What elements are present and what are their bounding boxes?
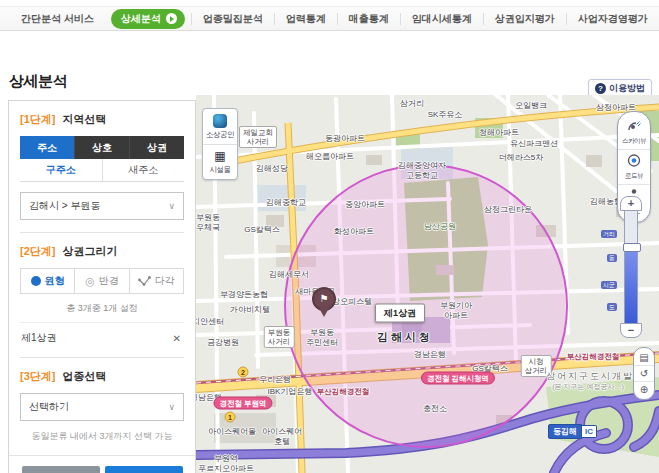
step3-title: 업종선택: [63, 370, 107, 382]
draw-tool-label: 반경: [99, 274, 119, 288]
subtab-old-address[interactable]: 구주소: [20, 159, 103, 181]
zoom-control: + −: [620, 196, 642, 338]
area-item-row: 제1상권 ✕: [20, 322, 184, 345]
nav-item-location-rating[interactable]: 상권입지평가: [483, 13, 566, 25]
business-type-select-value: 선택하기: [29, 400, 69, 414]
zoom-slider-fill: [625, 249, 637, 323]
step2-title: 상권그리기: [63, 245, 118, 257]
draw-tool-polygon[interactable]: 다각: [130, 268, 184, 294]
step3-tag: [3단계]: [20, 370, 55, 382]
map-utility-tools: ▤ ↺ ⊕: [633, 347, 655, 400]
zoom-slider-track[interactable]: [624, 211, 638, 323]
remove-area-button[interactable]: ✕: [171, 333, 183, 344]
layer-label: 시설물: [203, 165, 237, 175]
analysis-panel: [1단계] 지역선택 주소 상호 상권 구주소 새주소 김해시 > 부원동 ∨ …: [8, 100, 196, 473]
flag-icon: ⚑: [320, 293, 329, 304]
step3-header: [3단계] 업종선택: [20, 369, 184, 384]
skyview-button[interactable]: 스카이뷰: [618, 115, 650, 149]
chevron-right-icon: [166, 13, 177, 24]
business-type-select[interactable]: 선택하기 ∨: [20, 393, 184, 421]
map-base-graphics: [196, 95, 659, 473]
roadview-button[interactable]: 로드뷰: [618, 149, 650, 184]
map-marker-pin[interactable]: ⚑: [312, 287, 336, 311]
panel-footer: 초기화 분석하기: [9, 455, 195, 473]
interchange-badge: 동김해 IC: [548, 424, 597, 439]
polygon-icon: [138, 276, 151, 287]
subtab-new-address[interactable]: 새주소: [103, 159, 185, 181]
step1-tag: [1단계]: [20, 113, 55, 125]
interchange-suffix: IC: [582, 425, 597, 438]
step1-title: 지역선택: [63, 113, 107, 125]
map-canvas[interactable]: 삼거리제일교회 사거리동광아파트해오름아파트김해성당김해중앙여자 고등학교김해중…: [196, 95, 659, 473]
radius-icon: ◎: [85, 276, 95, 286]
region-select[interactable]: 김해시 > 부원동 ∨: [20, 192, 184, 220]
zoom-out-button[interactable]: −: [620, 323, 642, 338]
draw-tool-radius[interactable]: ◎ 반경: [75, 268, 129, 294]
nav-item-management-rating[interactable]: 사업자경영평가: [566, 13, 659, 25]
satellite-dish-icon: [626, 119, 642, 132]
interchange-name: 동김해: [548, 424, 582, 439]
nav-item-rent-stats[interactable]: 임대시세통계: [400, 13, 483, 25]
search-type-tabs: 주소 상호 상권: [20, 136, 184, 159]
tab-address[interactable]: 주소: [20, 136, 74, 159]
region-select-value: 김해시 > 부원동: [29, 199, 100, 213]
circle-icon: [31, 276, 41, 286]
step2-header: [2단계] 상권그리기: [20, 244, 184, 259]
question-icon: ?: [595, 83, 606, 94]
zoom-in-button[interactable]: +: [620, 196, 642, 211]
help-button-label: 이용방법: [609, 82, 645, 95]
reset-view-button[interactable]: ↺: [634, 365, 654, 381]
address-type-subtabs: 구주소 새주소: [20, 159, 184, 182]
analyze-button[interactable]: 분석하기: [105, 466, 183, 473]
chevron-down-icon: ∨: [168, 402, 175, 412]
draw-tool-label: 다각: [155, 274, 175, 288]
nav-item-density-analysis[interactable]: 업종밀집분석: [191, 13, 274, 25]
roadview-icon: [627, 154, 641, 167]
nav-item-detail-analysis[interactable]: 상세분석: [111, 9, 185, 29]
map-layer-tools: 소상공인 ▦ 시설물: [202, 108, 238, 180]
area-item-name: 제1상권: [21, 331, 57, 345]
expand-tool-button[interactable]: ⊕: [634, 381, 654, 397]
area-count-status: 총 3개중 1개 설정: [20, 302, 184, 315]
step2-tag: [2단계]: [20, 245, 55, 257]
draw-tool-group: 원형 ◎ 반경 다각: [20, 268, 184, 294]
building-icon: ▦: [203, 150, 237, 163]
measure-tool-button[interactable]: ▤: [634, 350, 654, 365]
nav-item-business-age-stats[interactable]: 업력통계: [274, 13, 337, 25]
view-tool-label: 로드뷰: [618, 172, 650, 181]
small-business-icon: [213, 114, 227, 128]
view-tool-label: 스카이뷰: [618, 137, 650, 146]
small-business-layer-button[interactable]: 소상공인: [203, 109, 237, 144]
page: 간단분석 서비스 상세분석 업종밀집분석 업력통계 매출통계 임대시세통계 상권…: [0, 0, 659, 473]
step1-header: [1단계] 지역선택: [20, 112, 184, 127]
nav-item-simple-analysis[interactable]: 간단분석 서비스: [10, 13, 105, 25]
draw-tool-label: 원형: [45, 274, 65, 288]
nav-item-label: 상세분석: [121, 13, 161, 25]
facilities-layer-button[interactable]: ▦ 시설물: [203, 144, 237, 179]
trade-area-tag[interactable]: 제1상권: [375, 304, 425, 323]
tab-store-name[interactable]: 상호: [74, 136, 129, 159]
tab-trade-area[interactable]: 상권: [129, 136, 184, 159]
page-title: 상세분석: [9, 72, 67, 91]
zoom-slider-handle[interactable]: [623, 243, 641, 252]
layer-label: 소상공인: [203, 130, 237, 140]
chevron-down-icon: ∨: [168, 201, 175, 211]
draw-tool-circle[interactable]: 원형: [20, 268, 75, 294]
main-nav: 간단분석 서비스 상세분석 업종밀집분석 업력통계 매출통계 임대시세통계 상권…: [0, 6, 659, 31]
selection-limit-note: 동일분류 내에서 3개까지 선택 가능: [20, 430, 184, 443]
nav-item-sales-stats[interactable]: 매출통계: [337, 13, 400, 25]
reset-button[interactable]: 초기화: [22, 466, 100, 473]
